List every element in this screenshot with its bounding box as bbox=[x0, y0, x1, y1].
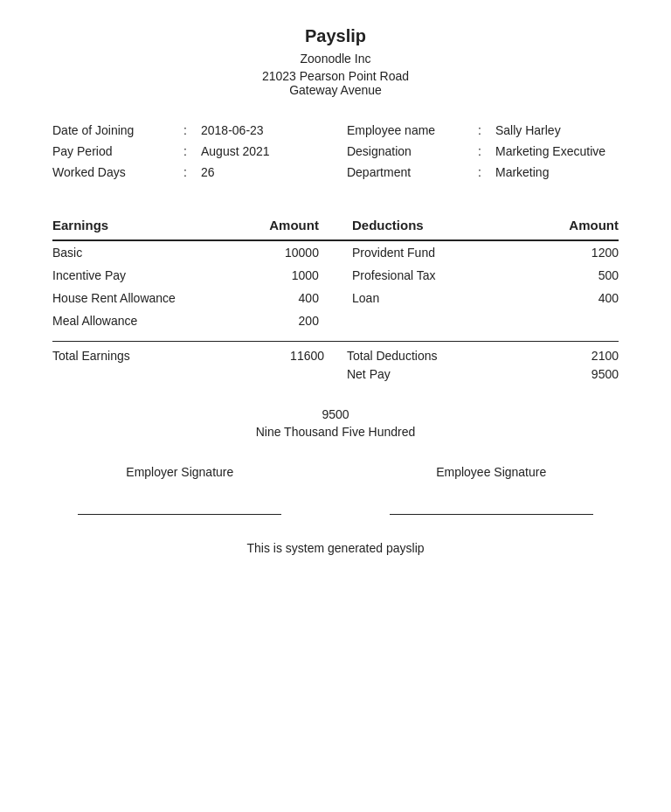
table-row: Meal Allowance200 bbox=[52, 309, 619, 332]
total-earnings-label: Total Earnings bbox=[52, 349, 130, 381]
earnings-item-amount: 10000 bbox=[230, 240, 319, 264]
net-pay-value: 9500 bbox=[591, 367, 619, 381]
table-row: Basic10000Provident Fund1200 bbox=[52, 240, 619, 264]
colon3: : bbox=[183, 165, 201, 179]
deductions-amount-header: Amount bbox=[529, 212, 619, 240]
employer-signature-block: Employer Signature bbox=[52, 465, 308, 515]
earnings-item-name: Basic bbox=[52, 240, 230, 264]
worked-days-label: Worked Days bbox=[52, 165, 183, 179]
deductions-header: Deductions bbox=[352, 212, 529, 240]
footer-note: This is system generated payslip bbox=[52, 541, 619, 555]
employee-signature-label: Employee Signature bbox=[363, 465, 619, 479]
worked-days-value: 26 bbox=[201, 165, 215, 179]
department-label: Department bbox=[347, 165, 478, 179]
deductions-item-amount: 400 bbox=[529, 287, 619, 309]
earnings-item-name: Incentive Pay bbox=[52, 264, 230, 287]
deductions-item-amount: 500 bbox=[529, 264, 619, 287]
designation-value: Marketing Executive bbox=[495, 144, 605, 158]
address-line1: 21023 Pearson Point Road bbox=[52, 69, 619, 83]
employee-sig-line bbox=[390, 514, 593, 515]
colon5: : bbox=[478, 144, 495, 158]
deductions-item-amount: 1200 bbox=[529, 240, 619, 264]
payslip-title: Payslip bbox=[52, 26, 619, 46]
employee-name-label: Employee name bbox=[347, 123, 478, 137]
deductions-item-amount bbox=[529, 309, 619, 332]
employer-sig-line bbox=[78, 514, 281, 515]
amount-number: 9500 bbox=[52, 407, 619, 421]
deductions-item-name: Loan bbox=[352, 287, 529, 309]
earnings-header: Earnings bbox=[52, 212, 230, 240]
deductions-item-name bbox=[352, 309, 529, 332]
colon1: : bbox=[183, 123, 201, 137]
employee-name-value: Sally Harley bbox=[495, 123, 561, 137]
net-pay-label: Net Pay bbox=[347, 367, 391, 381]
earnings-amount-header: Amount bbox=[230, 212, 319, 240]
deductions-item-name: Profesional Tax bbox=[352, 264, 529, 287]
total-deductions-label: Total Deductions bbox=[347, 349, 438, 363]
designation-label: Designation bbox=[347, 144, 478, 158]
department-value: Marketing bbox=[495, 165, 549, 179]
employer-signature-label: Employer Signature bbox=[52, 465, 308, 479]
pay-period-value: August 2021 bbox=[201, 144, 270, 158]
colon6: : bbox=[478, 165, 495, 179]
colon4: : bbox=[478, 123, 495, 137]
deductions-item-name: Provident Fund bbox=[352, 240, 529, 264]
total-deductions-value: 2100 bbox=[591, 349, 619, 363]
date-of-joining-value: 2018-06-23 bbox=[201, 123, 264, 137]
amount-words: Nine Thousand Five Hundred bbox=[52, 425, 619, 439]
employee-signature-block: Employee Signature bbox=[363, 465, 619, 515]
address-line2: Gateway Avenue bbox=[52, 83, 619, 97]
earnings-item-amount: 400 bbox=[230, 287, 319, 309]
pay-period-label: Pay Period bbox=[52, 144, 183, 158]
earnings-item-name: Meal Allowance bbox=[52, 309, 230, 332]
table-row: Incentive Pay1000Profesional Tax500 bbox=[52, 264, 619, 287]
total-earnings-value: 11600 bbox=[290, 349, 324, 381]
payslip-table: Earnings Amount Deductions Amount Basic1… bbox=[52, 212, 619, 332]
table-row: House Rent Allowance400Loan400 bbox=[52, 287, 619, 309]
colon2: : bbox=[183, 144, 201, 158]
earnings-item-amount: 1000 bbox=[230, 264, 319, 287]
company-name: Zoonodle Inc bbox=[52, 52, 619, 66]
earnings-item-amount: 200 bbox=[230, 309, 319, 332]
earnings-item-name: House Rent Allowance bbox=[52, 287, 230, 309]
date-of-joining-label: Date of Joining bbox=[52, 123, 183, 137]
